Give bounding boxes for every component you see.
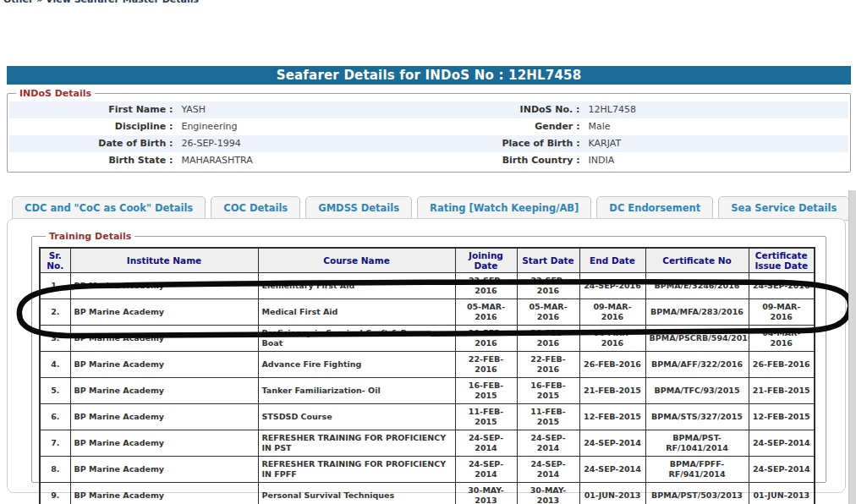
indos-row: First Name : YASH INDoS No. : 12HL7458 <box>9 101 848 118</box>
table-cell: BPMA/FPFF-RF/941/2014 <box>645 457 749 483</box>
table-cell: 8. <box>40 457 70 483</box>
field-value-discipline: Engineering <box>173 118 429 135</box>
table-cell: BPMA/MFA/283/2016 <box>645 299 749 326</box>
table-cell: BP Marine Academy <box>70 378 258 404</box>
table-cell: 05-MAR-2016 <box>455 299 517 326</box>
tab-panel: Training Details Sr. No.Institute NameCo… <box>7 218 846 493</box>
table-cell: 24-SEP-2014 <box>517 457 579 483</box>
table-cell: 24-SEP-2016 <box>749 273 815 299</box>
table-cell: BPMA/E/3246/2016 <box>645 273 749 299</box>
field-label-first-name: First Name : <box>9 101 173 118</box>
column-header: Certificate Issue Date <box>749 248 815 273</box>
table-cell: 22-SEP-2016 <box>455 273 517 299</box>
table-cell: 30-MAY-2013 <box>517 483 579 504</box>
field-label-place-of-birth: Place of Birth : <box>429 135 580 152</box>
table-cell: 6. <box>40 404 70 430</box>
table-cell: 7. <box>40 430 70 457</box>
tab-gmdss-details[interactable]: GMDSS Details <box>305 196 412 221</box>
table-cell: Proficiency in Survival Craft & Rescue B… <box>258 326 455 352</box>
training-table-body: 1.BP Marine AcademyElementary First Aid2… <box>40 273 815 504</box>
table-cell: BP Marine Academy <box>70 430 258 457</box>
table-cell: 3. <box>40 326 70 352</box>
table-cell: BPMA/PST/503/2013 <box>645 483 749 504</box>
table-cell: 5. <box>40 378 70 404</box>
indos-row: Date of Birth : 26-SEP-1994 Place of Bir… <box>9 135 848 152</box>
table-cell: 9. <box>40 483 70 504</box>
table-cell: 24-SEP-2014 <box>749 430 815 457</box>
table-row: 7.BP Marine AcademyREFRESHER TRAINING FO… <box>40 430 815 457</box>
table-cell: BPMA/STS/327/2015 <box>645 404 749 430</box>
tab-cdc-coc-as-cook-details[interactable]: CDC and "CoC as Cook" Details <box>12 196 206 221</box>
table-cell: BPMA/AFF/322/2016 <box>645 352 749 378</box>
field-label-birth-state: Birth State : <box>9 152 173 169</box>
table-cell: 09-MAR-2016 <box>749 299 815 326</box>
table-cell: 01-JUN-2013 <box>749 483 815 504</box>
table-cell: Advance Fire Fighting <box>258 352 455 378</box>
table-cell: 24-SEP-2016 <box>579 273 645 299</box>
table-cell: 21-FEB-2015 <box>749 378 815 404</box>
table-cell: 01-JUN-2013 <box>579 483 645 504</box>
table-cell: 24-SEP-2014 <box>749 457 815 483</box>
table-cell: BP Marine Academy <box>70 352 258 378</box>
field-label-gender: Gender : <box>429 118 580 135</box>
field-value-birth-country: INDIA <box>580 152 848 169</box>
table-row: 4.BP Marine AcademyAdvance Fire Fighting… <box>40 352 815 378</box>
table-row: 9.BP Marine AcademyPersonal Survival Tec… <box>40 483 815 504</box>
column-header: Course Name <box>258 248 455 273</box>
table-cell: 26-FEB-2016 <box>749 352 815 378</box>
column-header: End Date <box>579 248 645 273</box>
indos-details-legend: INDoS Details <box>16 88 95 99</box>
table-cell: 4. <box>40 352 70 378</box>
tab-coc-details[interactable]: COC Details <box>211 196 300 221</box>
table-cell: 16-FEB-2015 <box>455 378 517 404</box>
table-cell: BPMA/PST-RF/1041/2014 <box>645 430 749 457</box>
table-cell: 05-MAR-2016 <box>517 299 579 326</box>
table-cell: 21-FEB-2015 <box>579 378 645 404</box>
table-cell: BPMA/TFC/93/2015 <box>645 378 749 404</box>
table-cell: 22-FEB-2016 <box>455 352 517 378</box>
table-cell: 12-FEB-2015 <box>749 404 815 430</box>
table-cell: 22-SEP-2016 <box>517 273 579 299</box>
table-cell: 29-FEB-2016 <box>517 326 579 352</box>
table-cell: 22-FEB-2016 <box>517 352 579 378</box>
tab-sea-service-details[interactable]: Sea Service Details <box>718 196 849 221</box>
field-value-birth-state: MAHARASHTRA <box>173 152 429 169</box>
column-header: Institute Name <box>70 248 258 273</box>
table-cell: 29-FEB-2016 <box>455 326 517 352</box>
table-cell: BP Marine Academy <box>70 483 258 504</box>
tab-bar: CDC and "CoC as Cook" Details COC Detail… <box>12 196 856 221</box>
column-header: Start Date <box>517 248 579 273</box>
table-cell: Medical First Aid <box>258 299 455 326</box>
indos-details-fieldset: INDoS Details First Name : YASH INDoS No… <box>7 88 851 173</box>
table-cell: 11-FEB-2015 <box>517 404 579 430</box>
breadcrumb[interactable]: Other » View Seafarer Master Details <box>3 0 199 5</box>
table-cell: 24-SEP-2014 <box>455 430 517 457</box>
table-row: 1.BP Marine AcademyElementary First Aid2… <box>40 273 815 299</box>
training-details-fieldset: Training Details Sr. No.Institute NameCo… <box>31 231 826 483</box>
table-cell: 09-MAR-2016 <box>579 299 645 326</box>
field-value-place-of-birth: KARJAT <box>580 135 848 152</box>
table-cell: 26-FEB-2016 <box>579 352 645 378</box>
table-cell: 24-SEP-2014 <box>579 457 645 483</box>
tab-rating-watch-keeping-ab[interactable]: Rating [Watch Keeping/AB] <box>417 196 591 221</box>
table-cell: STSDSD Course <box>258 404 455 430</box>
table-cell: 11-FEB-2015 <box>455 404 517 430</box>
table-cell: 04-MAR-2016 <box>749 326 815 352</box>
field-value-first-name: YASH <box>173 101 429 118</box>
table-cell: BP Marine Academy <box>70 299 258 326</box>
training-details-legend: Training Details <box>46 231 134 242</box>
column-header: Sr. No. <box>40 248 70 273</box>
table-row: 6.BP Marine AcademySTSDSD Course11-FEB-2… <box>40 404 815 430</box>
table-cell: BPMA/PSCRB/594/2016 <box>645 326 749 352</box>
tab-dc-endorsement[interactable]: DC Endorsement <box>596 196 713 221</box>
field-label-discipline: Discipline : <box>9 118 173 135</box>
field-label-date-of-birth: Date of Birth : <box>9 135 173 152</box>
field-label-birth-country: Birth Country : <box>429 152 580 169</box>
column-header: Joining Date <box>455 248 517 273</box>
field-value-gender: Male <box>580 118 848 135</box>
vertical-scrollbar[interactable] <box>848 190 856 504</box>
field-value-indos-no: 12HL7458 <box>580 101 848 118</box>
table-cell: 24-SEP-2014 <box>517 430 579 457</box>
table-cell: 2. <box>40 299 70 326</box>
training-table: Sr. No.Institute NameCourse NameJoining … <box>39 247 815 504</box>
